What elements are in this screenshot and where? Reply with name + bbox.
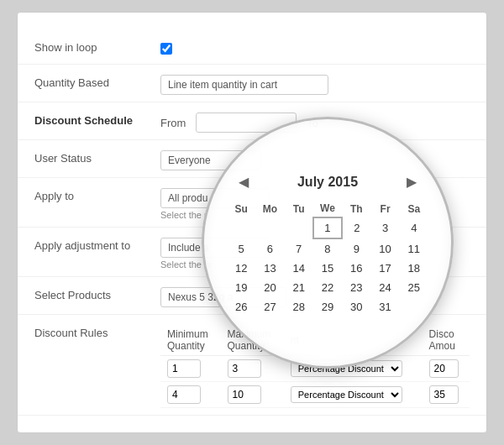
- calendar-day-16[interactable]: 16: [342, 259, 370, 278]
- calendar-day-4[interactable]: 4: [400, 217, 428, 238]
- calendar-day-13[interactable]: 13: [255, 259, 284, 278]
- calendar-day-20[interactable]: 20: [255, 278, 284, 297]
- calendar-empty-0-0: [227, 217, 255, 238]
- show-in-loop-field: [160, 36, 470, 57]
- apply-to-label: Apply to: [34, 185, 160, 202]
- next-month-button[interactable]: ▶: [402, 172, 422, 191]
- calendar-week-2: 12131415161718: [227, 259, 428, 278]
- calendar-day-25[interactable]: 25: [400, 278, 428, 297]
- calendar-grid: Su Mo Tu We Th Fr Sa 1234567891011121314…: [227, 200, 428, 317]
- min-qty-1[interactable]: [167, 359, 201, 378]
- calendar-widget: ◀ July 2015 ▶ Su Mo Tu We Th Fr Sa: [227, 169, 428, 317]
- discount-schedule-row: Discount Schedule From To: [18, 102, 486, 140]
- show-in-loop-label: Show in loop: [34, 36, 160, 54]
- quantity-based-label: Quantity Based: [34, 71, 160, 89]
- weekday-mo: Mo: [255, 200, 284, 217]
- quantity-based-field: [160, 71, 470, 95]
- quantity-based-input[interactable]: [160, 75, 328, 95]
- col-disco-amount: DiscoAmou: [423, 325, 470, 356]
- calendar-day-10[interactable]: 10: [370, 238, 399, 259]
- max-qty-2[interactable]: [228, 385, 261, 404]
- prev-month-button[interactable]: ◀: [234, 172, 254, 191]
- calendar-day-17[interactable]: 17: [370, 259, 399, 278]
- calendar-empty-0-2: [285, 217, 313, 238]
- quantity-based-row: Quantity Based: [18, 65, 486, 102]
- calendar-day-27[interactable]: 27: [255, 297, 284, 317]
- calendar-week-1: 567891011: [227, 238, 428, 259]
- show-in-loop-checkbox[interactable]: [160, 43, 172, 55]
- discount-rules-label: Discount Rules: [34, 322, 160, 339]
- calendar-day-2[interactable]: 2: [342, 217, 370, 238]
- amount-2[interactable]: [429, 385, 459, 404]
- calendar-day-19[interactable]: 19: [227, 278, 255, 297]
- select-products-label: Select Products: [34, 284, 160, 301]
- calendar-day-12[interactable]: 12: [227, 259, 255, 278]
- calendar-day-28[interactable]: 28: [285, 297, 313, 317]
- weekday-th: Th: [342, 200, 370, 217]
- weekday-sa: Sa: [400, 200, 428, 217]
- calendar-empty-0-1: [255, 217, 284, 238]
- apply-adjustment-label: Apply adjustment to: [34, 234, 160, 252]
- settings-panel: Show in loop Quantity Based Discount Sch…: [17, 12, 487, 433]
- calendar-day-26[interactable]: 26: [227, 297, 255, 317]
- calendar-day-7[interactable]: 7: [285, 238, 313, 259]
- weekday-tu: Tu: [285, 200, 313, 217]
- calendar-day-8[interactable]: 8: [313, 238, 342, 259]
- user-status-label: User Status: [34, 147, 160, 165]
- calendar-header: ◀ July 2015 ▶: [227, 169, 428, 195]
- calendar-title: July 2015: [297, 175, 358, 190]
- calendar-day-18[interactable]: 18: [400, 259, 428, 278]
- calendar-day-22[interactable]: 22: [313, 278, 342, 297]
- weekday-we: We: [313, 200, 342, 217]
- min-qty-2[interactable]: [167, 385, 201, 404]
- calendar-day-11[interactable]: 11: [400, 238, 428, 259]
- weekday-fr: Fr: [370, 200, 399, 217]
- discount-row-2: Percentage Discount: [160, 382, 470, 408]
- calendar-day-30[interactable]: 30: [342, 297, 370, 317]
- calendar-week-4: 262728293031: [227, 297, 428, 317]
- max-qty-1[interactable]: [228, 359, 261, 378]
- col-min-qty: MinimumQuantity: [160, 325, 221, 356]
- calendar-day-24[interactable]: 24: [370, 278, 399, 297]
- discount-schedule-label: Discount Schedule: [34, 109, 160, 127]
- weekday-su: Su: [227, 200, 255, 217]
- calendar-day-29[interactable]: 29: [313, 297, 342, 317]
- from-label: From: [160, 117, 186, 129]
- calendar-day-3[interactable]: 3: [370, 217, 399, 238]
- weekday-header-row: Su Mo Tu We Th Fr Sa: [227, 200, 428, 217]
- discount-type-2[interactable]: Percentage Discount: [291, 386, 402, 403]
- calendar-week-3: 19202122232425: [227, 278, 428, 297]
- calendar-empty-4-6: [400, 297, 428, 317]
- calendar-day-1[interactable]: 1: [313, 217, 342, 238]
- calendar-day-31[interactable]: 31: [370, 297, 399, 317]
- calendar-day-21[interactable]: 21: [285, 278, 313, 297]
- amount-1[interactable]: [429, 359, 459, 378]
- calendar-day-15[interactable]: 15: [313, 259, 342, 278]
- calendar-day-14[interactable]: 14: [285, 259, 313, 278]
- calendar-day-23[interactable]: 23: [342, 278, 370, 297]
- calendar-day-6[interactable]: 6: [255, 238, 284, 259]
- calendar-day-5[interactable]: 5: [227, 238, 255, 259]
- calendar-day-9[interactable]: 9: [342, 238, 370, 259]
- show-in-loop-row: Show in loop: [18, 29, 486, 65]
- calendar-week-0: 1234: [227, 217, 428, 238]
- magnifier-overlay: ◀ July 2015 ▶ Su Mo Tu We Th Fr Sa: [202, 117, 454, 369]
